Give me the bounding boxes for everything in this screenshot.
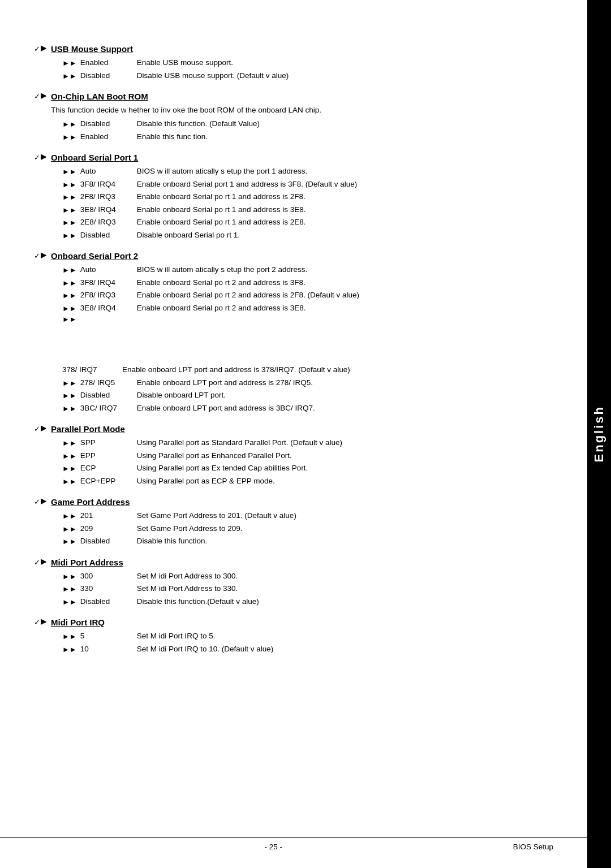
bullet-icon: ►► (62, 536, 77, 547)
option-key: Auto (80, 166, 137, 177)
option-desc: Enable onboard Serial po rt 1 and addres… (137, 191, 537, 202)
section-icon: ✓⯈ (34, 558, 48, 567)
bullet-icon: ►► (62, 132, 77, 143)
option-desc: Disable this function.(Default v alue) (137, 596, 537, 607)
english-tab: English (587, 0, 611, 868)
section-midi-port-irq: ✓⯈ Midi Port IRQ (34, 617, 537, 627)
option-key: ECP+EPP (80, 476, 137, 487)
option-key: 5 (80, 631, 137, 642)
option-row: ►► Disabled Disable this function.(Defau… (62, 596, 537, 608)
option-desc: Enable USB mouse support. (137, 57, 537, 68)
section-icon: ✓⯈ (34, 153, 48, 162)
option-desc: Using Parallel port as Standard Parallel… (137, 437, 537, 448)
section-icon: ✓⯈ (34, 45, 48, 53)
option-row: ►► 3BC/ IRQ7 Enable onboard LPT port and… (62, 403, 537, 414)
bullet-icon: ►► (62, 390, 77, 401)
option-desc: Enable onboard LPT port and address is 3… (137, 403, 537, 414)
option-key: 209 (80, 523, 137, 534)
option-row: ►► ECP Using Parallel port as Ex tended … (62, 463, 537, 474)
option-key: 2E8/ IRQ3 (80, 217, 137, 228)
option-desc: Enable onboard Serial po rt 2 and addres… (137, 290, 537, 301)
option-row: ►► 278/ IRQ5 Enable onboard LPT port and… (62, 377, 537, 389)
option-desc: Enable onboard LPT port and address is 2… (137, 377, 537, 388)
section-usb-mouse-support: ✓⯈ USB Mouse Support (34, 44, 537, 54)
option-desc: Enable onboard Serial port 1 and address… (137, 179, 537, 190)
option-row: ►► 10 Set M idi Port IRQ to 10. (Default… (62, 644, 537, 655)
option-key: Disabled (80, 390, 137, 401)
bullet-icon: ►► (62, 451, 77, 462)
section-icon: ✓⯈ (34, 618, 48, 627)
bullet-icon: ►► (62, 58, 77, 69)
spacer (34, 325, 537, 364)
bullet-icon: ►► (62, 265, 77, 276)
option-desc: BIOS w ill autom atically s etup the por… (137, 166, 537, 177)
section-title-midi-irq: Midi Port IRQ (51, 617, 105, 627)
option-row: ►► 3E8/ IRQ4 Enable onboard Serial po rt… (62, 204, 537, 216)
bullet-icon: ►► (62, 192, 77, 203)
bullet-icon: ►► (62, 378, 77, 389)
option-key: Disabled (80, 70, 137, 81)
bullet-icon: ►► (62, 230, 77, 241)
section-midi-port-address: ✓⯈ Midi Port Address (34, 558, 537, 567)
bullet-icon: ►► (62, 303, 77, 314)
english-tab-text: English (592, 405, 606, 462)
option-row: ►► 300 Set M idi Port Address to 300. (62, 571, 537, 582)
section-icon: ✓⯈ (34, 92, 48, 101)
section-title-usb-mouse: USB Mouse Support (51, 44, 133, 54)
option-key: Disabled (80, 230, 137, 241)
option-key: 3BC/ IRQ7 (80, 403, 137, 414)
option-desc: Disable onboard Serial po rt 1. (137, 230, 537, 241)
option-row: ►► 3F8/ IRQ4 Enable onboard Serial port … (62, 179, 537, 191)
section-title-parallel: Parallel Port Mode (51, 424, 125, 434)
option-row: ►► Disabled Disable onboard LPT port. (62, 390, 537, 401)
option-desc: Enable onboard LPT port and address is 3… (122, 364, 537, 375)
option-desc: Set M idi Port IRQ to 5. (137, 631, 537, 642)
option-desc: Disable USB mouse support. (Default v al… (137, 70, 537, 81)
section-onboard-serial-2: ✓⯈ Onboard Serial Port 2 (34, 251, 537, 261)
option-row: ►► Disabled Disable this function. (Defa… (62, 118, 537, 130)
bullet-icon: ►► (62, 403, 77, 414)
bullet-icon: ►► (62, 290, 77, 301)
lpt-option-nobullet: 378/ IRQ7 Enable onboard LPT port and ad… (62, 364, 537, 375)
option-row: ►► Disabled Disable USB mouse support. (… (62, 70, 537, 82)
option-key: Enabled (80, 57, 137, 68)
section-title-lan: On-Chip LAN Boot ROM (51, 92, 148, 101)
option-key: 3E8/ IRQ4 (80, 204, 137, 215)
section-title-serial1: Onboard Serial Port 1 (51, 153, 138, 162)
content-area: ✓⯈ USB Mouse Support ►► Enabled Enable U… (34, 44, 566, 655)
bullet-icon: ►► (62, 571, 77, 582)
footer: - 25 - BIOS Setup (0, 837, 587, 851)
option-row: ►► SPP Using Parallel port as Standard P… (62, 437, 537, 449)
option-key: Auto (80, 264, 137, 275)
bullet-icon: ►► (62, 205, 77, 216)
option-desc: Enable onboard Serial po rt 2 and addres… (137, 277, 537, 288)
option-row: ►► 5 Set M idi Port IRQ to 5. (62, 631, 537, 642)
bullet-icon: ►► (62, 278, 77, 289)
section-icon: ✓⯈ (34, 498, 48, 506)
option-row: ►► 201 Set Game Port Address to 201. (De… (62, 510, 537, 522)
bullet-icon: ►► (62, 179, 77, 191)
option-key: Enabled (80, 131, 137, 142)
option-desc: Using Parallel port as Enhanced Parallel… (137, 450, 537, 461)
bullet-icon: ►► (62, 71, 77, 82)
option-key: 2F8/ IRQ3 (80, 191, 137, 202)
section-desc-lan: This function decide w hether to inv oke… (51, 105, 537, 116)
option-desc: Enable this func tion. (137, 131, 537, 142)
option-desc: Set M idi Port Address to 300. (137, 571, 537, 582)
option-row: ►► Enabled Enable this func tion. (62, 131, 537, 143)
option-desc: BIOS w ill autom atically s etup the por… (137, 264, 537, 275)
option-key: 3F8/ IRQ4 (80, 179, 137, 190)
option-row: ►► Disabled Disable onboard Serial po rt… (62, 230, 537, 241)
option-row: ►► 2E8/ IRQ3 Enable onboard Serial po rt… (62, 217, 537, 228)
option-desc: Set Game Port Address to 201. (Default v… (137, 510, 537, 521)
bullet-icon: ►► (62, 511, 77, 522)
option-key: 300 (80, 571, 137, 582)
section-onboard-serial-1: ✓⯈ Onboard Serial Port 1 (34, 153, 537, 162)
option-desc: Using Parallel port as ECP & EPP mode. (137, 476, 537, 487)
option-key: 330 (80, 583, 137, 594)
option-key: Disabled (80, 118, 137, 129)
bullet-icon: ►► (62, 166, 77, 178)
footer-right: BIOS Setup (513, 843, 553, 851)
section-on-chip-lan: ✓⯈ On-Chip LAN Boot ROM (34, 92, 537, 101)
option-row: ►► 3E8/ IRQ4 Enable onboard Serial po rt… (62, 303, 537, 314)
